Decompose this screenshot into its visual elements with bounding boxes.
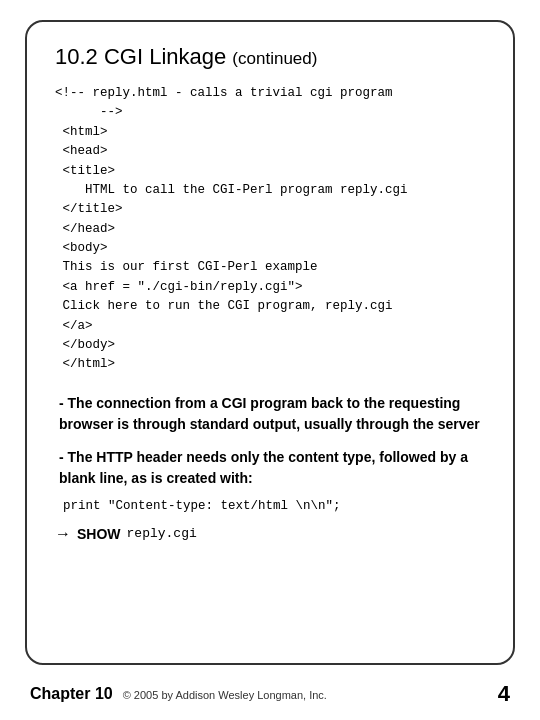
title-main: 10.2 CGI Linkage <box>55 44 226 69</box>
code-block: <!-- reply.html - calls a trivial cgi pr… <box>55 84 485 375</box>
slide-title: 10.2 CGI Linkage (continued) <box>55 44 485 70</box>
bullet2-text: - The HTTP header needs only the content… <box>55 447 485 489</box>
show-label: SHOW <box>77 526 121 542</box>
bullet2-section: - The HTTP header needs only the content… <box>55 447 485 513</box>
show-row: → SHOW reply.cgi <box>55 525 485 543</box>
footer-page: 4 <box>498 681 510 707</box>
bullet1-section: - The connection from a CGI program back… <box>55 393 485 435</box>
arrow-icon: → <box>55 525 71 543</box>
slide-container: 10.2 CGI Linkage (continued) <!-- reply.… <box>25 20 515 665</box>
footer-chapter: Chapter 10 <box>30 685 113 703</box>
footer-copyright: © 2005 by Addison Wesley Longman, Inc. <box>123 689 327 701</box>
show-code: reply.cgi <box>127 526 197 541</box>
bullet1-text: - The connection from a CGI program back… <box>55 393 485 435</box>
footer: Chapter 10 © 2005 by Addison Wesley Long… <box>0 671 540 707</box>
print-code: print "Content-type: text/html \n\n"; <box>63 499 485 513</box>
footer-left: Chapter 10 © 2005 by Addison Wesley Long… <box>30 685 327 703</box>
title-continued: (continued) <box>232 49 317 68</box>
